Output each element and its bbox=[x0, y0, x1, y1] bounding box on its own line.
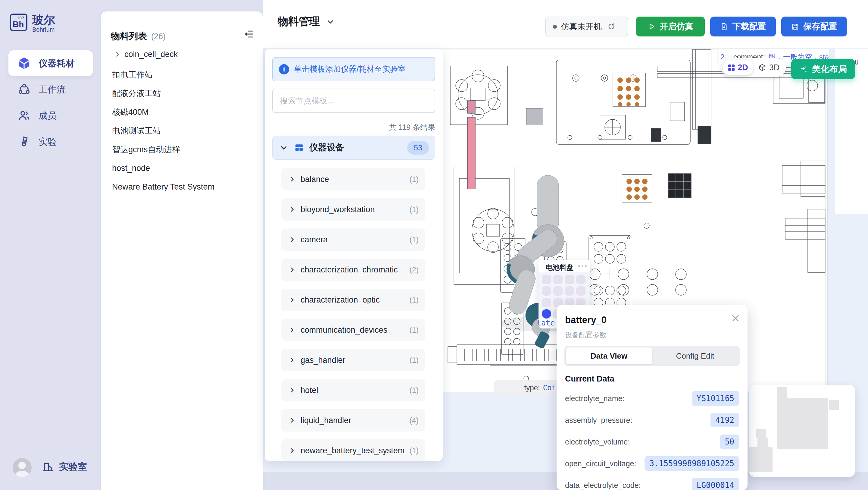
template-item-gas-handler[interactable]: gas_handler (1) bbox=[281, 349, 425, 371]
tray-slot[interactable] bbox=[576, 275, 586, 284]
material-item-label: coin_cell_deck bbox=[124, 50, 178, 59]
lab-label: 实验室 bbox=[59, 460, 87, 473]
popup-title: battery_0 bbox=[565, 315, 607, 325]
template-item-neware-battery-test-system[interactable]: neware_battery_test_system (1) bbox=[281, 439, 425, 461]
material-item[interactable]: 电池测试工站 bbox=[101, 124, 262, 137]
download-config-button[interactable]: 下载配置 bbox=[710, 17, 776, 36]
material-item[interactable]: 核磁400M bbox=[101, 106, 262, 119]
tray-slot[interactable] bbox=[553, 286, 563, 296]
template-panel: i 单击模板添加仪器/耗材至实验室 共 119 条结果 仪器设备 53 bala… bbox=[265, 49, 443, 461]
tray-slot[interactable] bbox=[565, 275, 574, 284]
sidebar-item-members[interactable]: 成员 bbox=[8, 103, 93, 129]
page-title: 物料管理 bbox=[278, 15, 320, 29]
tray-slot[interactable] bbox=[553, 275, 563, 284]
template-item-camera[interactable]: camera (1) bbox=[281, 228, 425, 251]
popup-tabs: Data View Config Edit bbox=[564, 346, 740, 366]
sidebar-item-instruments[interactable]: 仪器耗材 bbox=[8, 50, 93, 76]
view-2d-button[interactable]: 2D bbox=[723, 60, 753, 75]
material-item[interactable]: host_node bbox=[101, 162, 262, 175]
material-item-label: 扣电工作站 bbox=[112, 69, 153, 80]
lab-entry[interactable]: 实验室 bbox=[42, 460, 87, 473]
template-item-characterization-chromatic[interactable]: characterization_chromatic (2) bbox=[281, 259, 425, 281]
workflow-icon bbox=[18, 83, 31, 96]
main-header: 物料管理 仿真未开机 开启仿真 下载配置 保存配置 bbox=[262, 0, 868, 48]
template-item-label: gas_handler bbox=[301, 355, 345, 365]
template-item-bioyond-workstation[interactable]: bioyond_workstation (1) bbox=[281, 198, 425, 221]
type-label: type: bbox=[524, 384, 540, 392]
group-label: 仪器设备 bbox=[309, 142, 344, 154]
template-item-liquid-handler[interactable]: liquid_handler (4) bbox=[281, 409, 425, 432]
materials-title: 物料列表 bbox=[111, 30, 147, 42]
cube-icon bbox=[18, 57, 31, 70]
template-hint-banner: i 单击模板添加仪器/耗材至实验室 bbox=[272, 57, 435, 81]
template-item-count: (1) bbox=[409, 386, 418, 395]
template-item-communication-devices[interactable]: communication_devices (1) bbox=[281, 319, 425, 341]
brand-name-en: Bohrium bbox=[32, 26, 55, 33]
device-config-popup: battery_0 设备配置参数 Data View Config Edit C… bbox=[557, 305, 747, 490]
chevron-right-icon bbox=[289, 387, 295, 393]
status-dot bbox=[553, 25, 557, 29]
tray-slot[interactable] bbox=[576, 286, 586, 296]
save-config-button[interactable]: 保存配置 bbox=[781, 17, 847, 36]
members-icon bbox=[18, 109, 31, 122]
info-icon: i bbox=[279, 64, 289, 75]
material-item[interactable]: 配液分液工站 bbox=[101, 87, 262, 100]
template-item-label: neware_battery_test_system bbox=[301, 446, 404, 455]
data-row: open_circuit_voltage: 3.1559998989105225 bbox=[565, 456, 739, 471]
chevron-right-icon bbox=[289, 176, 295, 182]
data-row: electrolyte_name: YS101165 bbox=[565, 391, 739, 406]
chevron-down-icon bbox=[280, 144, 288, 151]
page-title-dropdown[interactable]: 物料管理 bbox=[278, 15, 334, 29]
save-config-label: 保存配置 bbox=[804, 21, 837, 32]
chevron-down-icon bbox=[327, 18, 334, 26]
template-item-balance[interactable]: balance (1) bbox=[281, 168, 425, 191]
beautify-layout-button[interactable]: 美化布局 bbox=[791, 59, 855, 79]
template-item-count: (1) bbox=[409, 326, 418, 335]
view-3d-button[interactable]: 3D bbox=[753, 60, 784, 75]
data-row: data_electrolyte_code: LG000014 bbox=[565, 478, 739, 490]
data-value: 4192 bbox=[711, 413, 739, 427]
search-input[interactable] bbox=[272, 89, 435, 113]
material-item[interactable]: 智达gcms自动进样 bbox=[101, 143, 262, 156]
tray-slot[interactable] bbox=[542, 286, 551, 296]
tab-data-view[interactable]: Data View bbox=[566, 347, 652, 364]
group-count-badge: 53 bbox=[407, 141, 429, 154]
material-item[interactable]: 扣电工作站 bbox=[101, 68, 262, 81]
tray-slot[interactable] bbox=[542, 298, 551, 307]
sidebar-item-workflow[interactable]: 工作流 bbox=[8, 77, 93, 103]
tab-config-edit[interactable]: Config Edit bbox=[652, 347, 738, 364]
minimap-panel[interactable] bbox=[749, 385, 855, 477]
minimap-shape bbox=[829, 400, 839, 410]
tray-slot[interactable] bbox=[542, 275, 551, 284]
template-item-label: camera bbox=[301, 235, 328, 244]
refresh-icon[interactable] bbox=[607, 22, 616, 31]
data-row: electrolyte_volume: 50 bbox=[565, 435, 739, 449]
type-tooltip: type: Coi bbox=[494, 380, 558, 395]
chevron-right-icon bbox=[114, 51, 121, 58]
group-instrument-devices[interactable]: 仪器设备 53 bbox=[272, 136, 435, 160]
material-item[interactable]: Neware Battery Test System bbox=[101, 180, 262, 194]
tray-slot-selected[interactable] bbox=[542, 309, 551, 319]
template-item-characterization-optic[interactable]: characterization_optic (1) bbox=[281, 289, 425, 311]
material-item[interactable]: coin_cell_deck bbox=[101, 48, 262, 61]
type-value: Coi bbox=[543, 384, 556, 392]
sidebar-item-experiments[interactable]: 实验 bbox=[8, 129, 93, 155]
play-icon bbox=[648, 23, 655, 30]
data-key: data_electrolyte_code: bbox=[565, 481, 641, 490]
avatar[interactable] bbox=[13, 458, 32, 477]
simulation-status-pill[interactable]: 仿真未开机 bbox=[545, 17, 628, 36]
template-item-label: characterization_chromatic bbox=[301, 265, 398, 275]
more-options-icon[interactable] bbox=[578, 265, 587, 267]
tray-footer-fragment: late bbox=[537, 319, 555, 327]
collapse-list-icon[interactable] bbox=[244, 29, 254, 39]
template-item-count: (1) bbox=[409, 296, 418, 305]
grid-2d-icon bbox=[728, 64, 735, 71]
element-symbol: Bh bbox=[13, 20, 24, 29]
start-simulation-button[interactable]: 开启仿真 bbox=[636, 17, 705, 36]
material-item-label: 核磁400M bbox=[112, 107, 149, 118]
template-item-hotel[interactable]: hotel (1) bbox=[281, 379, 425, 401]
view-3d-label: 3D bbox=[769, 63, 780, 72]
material-item-label: Neware Battery Test System bbox=[112, 182, 214, 192]
close-icon[interactable] bbox=[730, 313, 741, 324]
tray-slot[interactable] bbox=[565, 286, 574, 296]
